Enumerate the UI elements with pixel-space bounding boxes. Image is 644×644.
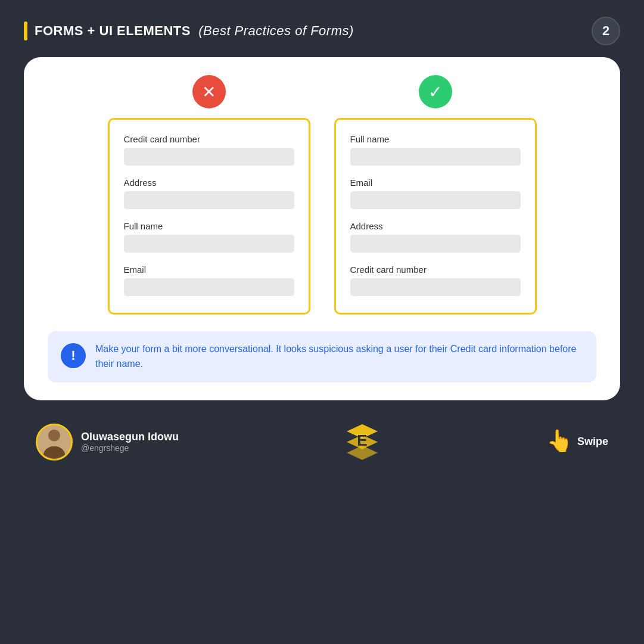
author-name: Oluwasegun Idowu <box>81 431 179 443</box>
right-form-panel: ✓ Full name Email Address Credit card nu… <box>334 75 537 315</box>
form-field-email: Email <box>124 265 294 296</box>
svg-text:E: E <box>357 431 367 449</box>
avatar-image <box>38 424 71 459</box>
forms-comparison-row: ✕ Credit card number Address Full name E… <box>48 75 596 315</box>
title-italic: (Best Practices of Forms) <box>198 23 354 38</box>
right-field-input-fullname[interactable] <box>350 148 521 166</box>
avatar <box>36 424 73 461</box>
form-field-credit-card: Credit card number <box>124 134 294 166</box>
right-form-field-fullname: Full name <box>350 134 521 166</box>
field-label-address: Address <box>124 178 294 188</box>
field-input-email[interactable] <box>124 278 294 296</box>
page-title: FORMS + UI ELEMENTS (Best Practices of F… <box>35 23 354 39</box>
swipe-label: Swipe <box>577 435 608 448</box>
author-info: Oluwasegun Idowu @engrshege <box>81 431 179 453</box>
form-field-address: Address <box>124 178 294 209</box>
right-form-field-address: Address <box>350 221 521 253</box>
right-icon-circle: ✓ <box>419 75 452 108</box>
wrong-icon-circle: ✕ <box>192 75 226 108</box>
swipe-icon: 👆 <box>545 427 571 458</box>
wrong-form-box: Credit card number Address Full name Ema… <box>108 118 310 315</box>
title-bold: FORMS + UI ELEMENTS <box>35 23 191 38</box>
field-input-credit-card[interactable] <box>124 148 294 166</box>
right-field-input-credit-card[interactable] <box>350 278 521 296</box>
form-field-fullname: Full name <box>124 221 294 253</box>
info-box: ! Make your form a bit more conversation… <box>48 331 596 382</box>
swipe-hand-icon: 👆 <box>545 427 571 453</box>
right-form-box: Full name Email Address Credit card numb… <box>334 118 537 315</box>
field-label-credit-card: Credit card number <box>124 134 294 144</box>
svg-text:👆: 👆 <box>546 428 571 453</box>
field-input-fullname[interactable] <box>124 235 294 253</box>
page-header: FORMS + UI ELEMENTS (Best Practices of F… <box>0 0 644 57</box>
right-field-label-credit-card: Credit card number <box>350 265 521 275</box>
right-field-label-fullname: Full name <box>350 134 521 144</box>
wrong-form-panel: ✕ Credit card number Address Full name E… <box>108 75 310 315</box>
field-label-email: Email <box>124 265 294 275</box>
field-label-fullname: Full name <box>124 221 294 231</box>
header-title-group: FORMS + UI ELEMENTS (Best Practices of F… <box>24 21 354 41</box>
right-field-label-address: Address <box>350 221 521 231</box>
right-field-label-email: Email <box>350 178 521 188</box>
info-text: Make your form a bit more conversational… <box>95 342 583 372</box>
info-icon-circle: ! <box>61 343 86 368</box>
right-field-input-email[interactable] <box>350 191 521 209</box>
right-field-input-address[interactable] <box>350 235 521 253</box>
field-input-address[interactable] <box>124 191 294 209</box>
logo-section: E <box>344 422 380 462</box>
svg-point-1 <box>48 430 60 441</box>
author-section: Oluwasegun Idowu @engrshege <box>36 424 179 461</box>
page-footer: Oluwasegun Idowu @engrshege E 👆 Swipe <box>0 405 644 462</box>
right-form-field-credit-card: Credit card number <box>350 265 521 296</box>
brand-logo-icon: E <box>344 422 380 462</box>
swipe-section: 👆 Swipe <box>545 427 608 458</box>
main-card: ✕ Credit card number Address Full name E… <box>24 57 620 400</box>
title-accent-bar <box>24 21 27 41</box>
slide-badge: 2 <box>592 17 620 45</box>
author-handle: @engrshege <box>81 443 179 453</box>
right-form-field-email: Email <box>350 178 521 209</box>
